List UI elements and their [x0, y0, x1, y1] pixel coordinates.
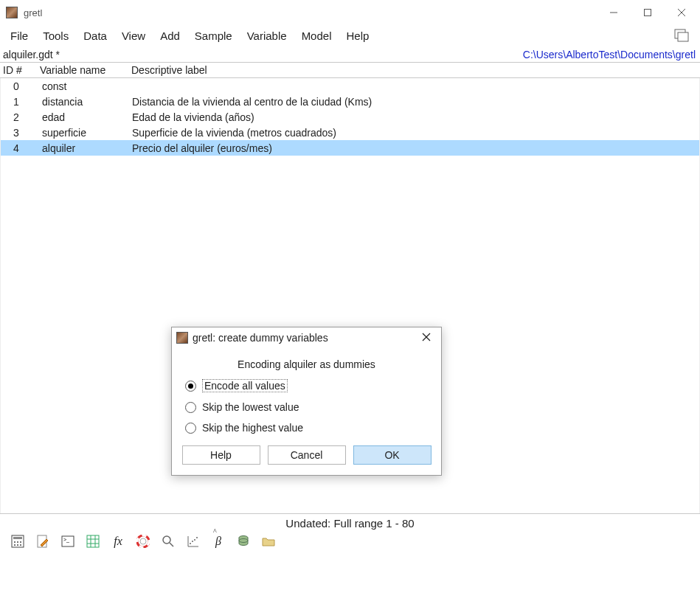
radio-label: Skip the lowest value [202, 401, 299, 413]
svg-point-24 [140, 538, 146, 544]
svg-point-32 [196, 537, 198, 538]
table-row[interactable]: 4alquilerPrecio del alquiler (euros/mes) [1, 140, 699, 156]
database-icon[interactable] [236, 534, 251, 549]
menu-sample[interactable]: Sample [195, 30, 232, 42]
header-id[interactable]: ID # [0, 64, 28, 76]
cell-id: 1 [1, 96, 29, 108]
svg-point-10 [20, 541, 21, 543]
calculator-icon[interactable] [10, 534, 25, 549]
terminal-icon[interactable]: >_ [60, 534, 75, 549]
app-icon [6, 7, 18, 18]
create-dummy-dialog: gretl: create dummy variables Encoding a… [171, 327, 442, 476]
svg-point-12 [17, 544, 18, 546]
menubar: File Tools Data View Add Sample Variable… [0, 25, 700, 49]
radio-option[interactable]: Encode all values [185, 379, 428, 392]
beta-icon[interactable]: β [211, 534, 226, 549]
radio-icon [185, 402, 196, 413]
magnify-icon[interactable] [161, 534, 176, 549]
cell-id: 3 [1, 127, 29, 139]
radio-icon [185, 381, 196, 392]
cell-label: Precio del alquiler (euros/mes) [128, 142, 699, 154]
grid-icon[interactable] [86, 534, 100, 549]
dialog-close-button[interactable] [416, 332, 437, 344]
svg-point-30 [192, 541, 193, 542]
scatter-icon[interactable] [186, 534, 201, 549]
app-icon [176, 332, 188, 344]
svg-point-8 [14, 541, 15, 543]
cell-label: Distancia de la vivienda al centro de la… [128, 96, 699, 108]
menu-model[interactable]: Model [302, 30, 332, 42]
svg-line-26 [170, 543, 173, 546]
radio-option[interactable]: Skip the highest value [185, 422, 428, 434]
table-header: ID # Variable name Descriptive label [0, 63, 700, 78]
menu-add[interactable]: Add [160, 30, 180, 42]
windows-stack-icon[interactable] [673, 28, 690, 43]
help-button[interactable]: Help [182, 445, 260, 465]
svg-rect-17 [87, 535, 99, 547]
radio-label: Encode all values [202, 379, 288, 392]
folder-icon[interactable] [261, 534, 276, 549]
window-title: gretl [24, 7, 42, 18]
header-label[interactable]: Descriptive label [127, 64, 700, 76]
lifebuoy-icon[interactable] [136, 534, 150, 549]
cell-id: 4 [1, 142, 29, 154]
dialog-button-row: Help Cancel OK [172, 445, 441, 475]
cell-name: distancia [29, 96, 128, 108]
svg-point-31 [194, 539, 195, 541]
window-close-button[interactable] [665, 1, 699, 24]
window-minimize-button[interactable] [597, 1, 631, 24]
dialog-subtitle: Encoding alquiler as dummies [172, 348, 441, 379]
svg-rect-1 [645, 10, 651, 16]
dialog-titlebar: gretl: create dummy variables [172, 327, 441, 348]
svg-point-25 [163, 536, 170, 544]
svg-text:>_: >_ [63, 537, 69, 543]
bottom-toolbar: >_ fx β [0, 534, 700, 553]
cell-name: const [29, 80, 128, 92]
cell-id: 0 [1, 80, 29, 92]
cell-name: edad [29, 111, 128, 123]
window-titlebar: gretl [0, 0, 700, 25]
menu-file[interactable]: File [10, 30, 28, 42]
svg-rect-7 [13, 537, 22, 539]
cell-label: Edad de la vivienda (años) [128, 111, 699, 123]
svg-point-13 [20, 544, 21, 546]
header-name[interactable]: Variable name [28, 64, 127, 76]
table-row[interactable]: 2edadEdad de la vivienda (años) [1, 109, 699, 125]
cell-name: superficie [29, 127, 128, 139]
cell-name: alquiler [29, 142, 128, 154]
svg-point-29 [190, 543, 191, 544]
cell-label: Superficie de la vivienda (metros cuadra… [128, 127, 699, 139]
open-filename: alquiler.gdt * [3, 49, 60, 60]
menu-help[interactable]: Help [346, 30, 369, 42]
svg-rect-5 [678, 32, 688, 41]
ok-button[interactable]: OK [353, 445, 432, 465]
window-maximize-button[interactable] [631, 1, 665, 24]
file-path-row: alquiler.gdt * C:\Users\AlbertoTest\Docu… [0, 49, 700, 62]
status-bar: Undated: Full range 1 - 80 [0, 514, 700, 534]
menu-tools[interactable]: Tools [43, 30, 69, 42]
menu-data[interactable]: Data [83, 30, 107, 42]
open-filepath: C:\Users\AlbertoTest\Documents\gretl [523, 49, 696, 60]
cell-id: 2 [1, 111, 29, 123]
dialog-title: gretl: create dummy variables [193, 332, 416, 344]
menu-variable[interactable]: Variable [247, 30, 287, 42]
table-row[interactable]: 3superficieSuperficie de la vivienda (me… [1, 125, 699, 140]
menu-view[interactable]: View [122, 30, 145, 42]
radio-label: Skip the highest value [202, 422, 303, 434]
svg-point-11 [14, 544, 15, 546]
fx-icon[interactable]: fx [111, 534, 125, 549]
table-row[interactable]: 1distanciaDistancia de la vivienda al ce… [1, 94, 699, 109]
encoding-radio-group: Encode all valuesSkip the lowest valueSk… [172, 379, 441, 445]
radio-icon [185, 423, 196, 434]
svg-point-9 [17, 541, 18, 543]
radio-option[interactable]: Skip the lowest value [185, 401, 428, 413]
cancel-button[interactable]: Cancel [268, 445, 346, 465]
table-row[interactable]: 0const [1, 78, 699, 94]
edit-icon[interactable] [35, 534, 50, 549]
